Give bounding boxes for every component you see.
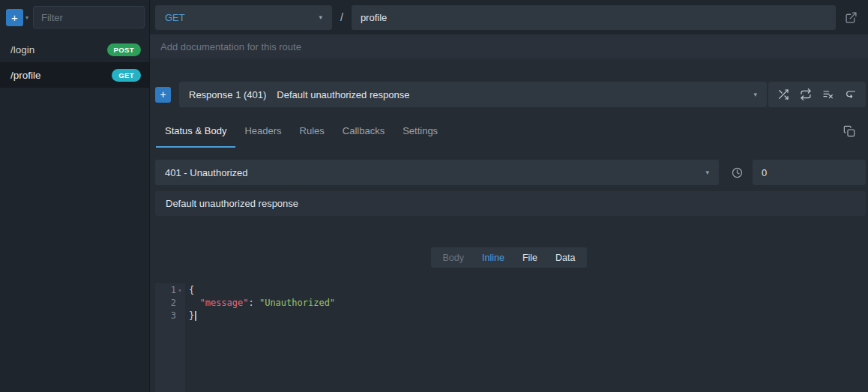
code-token [189, 297, 199, 310]
code-token: : [248, 297, 259, 310]
tab-settings[interactable]: Settings [394, 115, 447, 148]
route-path-input[interactable] [352, 5, 836, 30]
add-route-button[interactable]: + [6, 9, 23, 26]
latency-input[interactable] [753, 160, 866, 185]
line-number: 2 [155, 297, 185, 310]
route-documentation-input[interactable] [150, 34, 868, 58]
text-cursor [195, 311, 196, 321]
response-tabs-row: Status & BodyHeadersRulesCallbacksSettin… [150, 115, 868, 148]
chevron-down-icon: ▾ [319, 13, 322, 21]
copy-icon [843, 125, 855, 137]
code-line: "message": "Unauthorized" [189, 297, 868, 310]
status-code-select[interactable]: 401 - Unauthorized ▾ [155, 160, 719, 185]
route-header: GET ▾ / [150, 0, 868, 34]
line-number-text: 2 [171, 297, 176, 310]
method-select[interactable]: GET ▾ [155, 5, 332, 30]
add-route-caret-icon[interactable]: ▾ [25, 14, 28, 21]
fold-caret-icon[interactable]: ▾ [176, 284, 184, 297]
shuffle-icon [777, 88, 789, 100]
routes-filter-input[interactable] [33, 6, 145, 28]
method-badge: POST [107, 43, 141, 56]
chevron-down-icon: ▾ [705, 169, 709, 176]
fallback-mode-button[interactable] [845, 88, 857, 100]
copy-response-button[interactable] [843, 125, 855, 137]
body-mode-data[interactable]: Data [546, 247, 584, 268]
open-route-button[interactable] [845, 11, 858, 24]
tab-headers[interactable]: Headers [235, 115, 290, 148]
body-mode-inline[interactable]: Inline [473, 247, 513, 268]
body-editor[interactable]: 1▾23 { "message": "Unauthorized"} [150, 283, 868, 392]
path-separator: / [340, 11, 343, 23]
route-panel: GET ▾ / + Response 1 (401) Default unaut… [150, 0, 868, 392]
editor-gutter: 1▾23 [155, 283, 185, 392]
latency-clock-icon [731, 166, 744, 179]
code-line: } [189, 310, 868, 322]
body-mode-group: BodyInlineFileData [431, 247, 588, 268]
method-select-value: GET [165, 12, 185, 23]
chevron-down-icon: ▾ [753, 91, 757, 98]
repeat-icon [800, 88, 812, 100]
routes-list: /loginPOST/profileGET [0, 37, 149, 88]
sequential-response-button[interactable] [800, 88, 812, 100]
code-token: } [189, 310, 194, 322]
line-number-text: 1 [171, 284, 176, 297]
tab-callbacks[interactable]: Callbacks [334, 115, 394, 148]
tab-rules[interactable]: Rules [291, 115, 334, 148]
disable-rules-icon [822, 88, 834, 100]
tab-status-body[interactable]: Status & Body [156, 115, 235, 148]
response-documentation-input[interactable] [155, 191, 866, 216]
mockoon-app: + ▾ /loginPOST/profileGET GET ▾ / + [0, 0, 868, 392]
line-number-text: 3 [171, 310, 176, 322]
random-response-button[interactable] [777, 88, 789, 100]
fallback-icon [845, 88, 857, 100]
editor-code[interactable]: { "message": "Unauthorized"} [185, 283, 868, 392]
line-number: 1▾ [155, 284, 185, 297]
body-mode-row: BodyInlineFileData [150, 247, 868, 268]
disable-rules-button[interactable] [822, 88, 834, 100]
body-mode-file[interactable]: File [513, 247, 546, 268]
response-select[interactable]: Response 1 (401) Default unauthorized re… [179, 82, 767, 107]
sidebar-header: + ▾ [0, 0, 149, 34]
response-row: + Response 1 (401) Default unauthorized … [155, 82, 866, 107]
method-badge: GET [112, 69, 141, 82]
code-token: "message" [199, 297, 248, 310]
routes-sidebar: + ▾ /loginPOST/profileGET [0, 0, 150, 392]
code-token: { [189, 284, 194, 297]
body-mode-body: Body [434, 247, 474, 268]
route-item-profile[interactable]: /profileGET [0, 62, 149, 88]
code-line: { [189, 284, 868, 297]
response-select-title: Response 1 (401) [189, 89, 266, 100]
route-path: /profile [10, 70, 41, 81]
response-tabs: Status & BodyHeadersRulesCallbacksSettin… [156, 115, 447, 148]
add-response-button[interactable]: + [155, 87, 171, 103]
status-row: 401 - Unauthorized ▾ [155, 160, 866, 185]
external-link-icon [845, 11, 858, 24]
route-item-login[interactable]: /loginPOST [0, 37, 149, 62]
code-token: "Unauthorized" [259, 297, 335, 310]
response-select-subtitle: Default unauthorized response [277, 89, 409, 100]
response-mode-toolbar [768, 82, 866, 107]
route-path: /login [10, 44, 34, 55]
line-number: 3 [155, 310, 185, 322]
status-code-value: 401 - Unauthorized [165, 167, 248, 178]
